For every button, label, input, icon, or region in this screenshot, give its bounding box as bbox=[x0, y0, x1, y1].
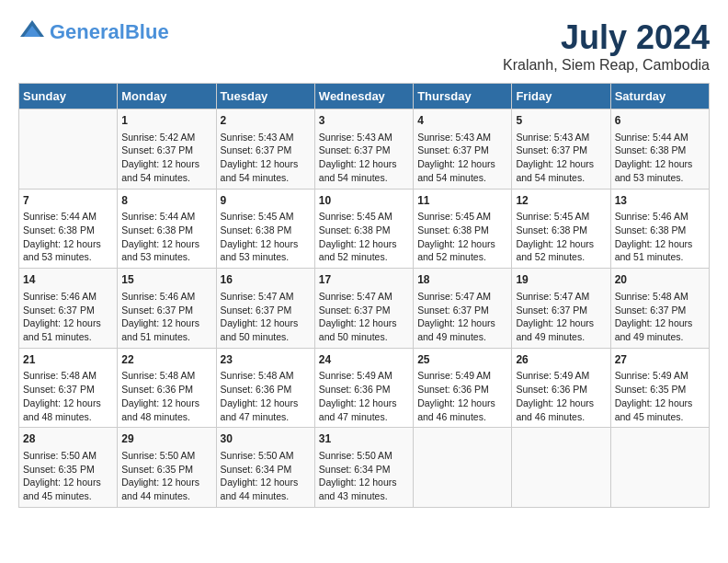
calendar-cell: 3Sunrise: 5:43 AM Sunset: 6:37 PM Daylig… bbox=[314, 109, 413, 190]
week-row-5: 28Sunrise: 5:50 AM Sunset: 6:35 PM Dayli… bbox=[19, 428, 710, 508]
day-number: 18 bbox=[417, 272, 507, 288]
cell-content: Sunrise: 5:49 AM Sunset: 6:36 PM Dayligh… bbox=[516, 369, 606, 423]
calendar-cell: 7Sunrise: 5:44 AM Sunset: 6:38 PM Daylig… bbox=[19, 189, 118, 269]
cell-content: Sunrise: 5:50 AM Sunset: 6:34 PM Dayligh… bbox=[319, 449, 409, 503]
calendar-cell: 27Sunrise: 5:49 AM Sunset: 6:35 PM Dayli… bbox=[610, 348, 709, 428]
day-number: 9 bbox=[221, 193, 311, 209]
day-number: 19 bbox=[516, 272, 606, 288]
cell-content: Sunrise: 5:42 AM Sunset: 6:37 PM Dayligh… bbox=[121, 131, 211, 185]
calendar-table: SundayMondayTuesdayWednesdayThursdayFrid… bbox=[18, 83, 710, 508]
cell-content: Sunrise: 5:50 AM Sunset: 6:34 PM Dayligh… bbox=[221, 449, 311, 503]
week-row-1: 1Sunrise: 5:42 AM Sunset: 6:37 PM Daylig… bbox=[19, 109, 710, 190]
day-number: 7 bbox=[23, 193, 113, 209]
logo: GeneralBlue bbox=[18, 18, 169, 46]
calendar-cell: 15Sunrise: 5:46 AM Sunset: 6:37 PM Dayli… bbox=[118, 269, 216, 349]
calendar-cell: 26Sunrise: 5:49 AM Sunset: 6:36 PM Dayli… bbox=[512, 348, 610, 428]
day-number: 25 bbox=[417, 352, 507, 368]
calendar-cell: 13Sunrise: 5:46 AM Sunset: 6:38 PM Dayli… bbox=[610, 189, 709, 269]
cell-content: Sunrise: 5:46 AM Sunset: 6:37 PM Dayligh… bbox=[23, 290, 113, 344]
day-number: 6 bbox=[615, 113, 705, 129]
calendar-cell bbox=[414, 428, 512, 508]
day-number: 26 bbox=[516, 352, 606, 368]
cell-content: Sunrise: 5:47 AM Sunset: 6:37 PM Dayligh… bbox=[319, 290, 409, 344]
header-day-thursday: Thursday bbox=[414, 84, 512, 109]
cell-content: Sunrise: 5:45 AM Sunset: 6:38 PM Dayligh… bbox=[221, 210, 311, 264]
cell-content: Sunrise: 5:45 AM Sunset: 6:38 PM Dayligh… bbox=[516, 210, 606, 264]
calendar-cell bbox=[610, 428, 709, 508]
header-day-saturday: Saturday bbox=[610, 84, 709, 109]
logo-text: GeneralBlue bbox=[50, 21, 169, 43]
calendar-cell: 14Sunrise: 5:46 AM Sunset: 6:37 PM Dayli… bbox=[19, 269, 118, 349]
calendar-cell: 24Sunrise: 5:49 AM Sunset: 6:36 PM Dayli… bbox=[314, 348, 413, 428]
cell-content: Sunrise: 5:43 AM Sunset: 6:37 PM Dayligh… bbox=[516, 131, 606, 185]
calendar-body: 1Sunrise: 5:42 AM Sunset: 6:37 PM Daylig… bbox=[19, 109, 710, 508]
cell-content: Sunrise: 5:48 AM Sunset: 6:37 PM Dayligh… bbox=[615, 290, 705, 344]
day-number: 14 bbox=[23, 272, 113, 288]
day-number: 27 bbox=[615, 352, 705, 368]
calendar-cell: 17Sunrise: 5:47 AM Sunset: 6:37 PM Dayli… bbox=[314, 269, 413, 349]
calendar-cell: 6Sunrise: 5:44 AM Sunset: 6:38 PM Daylig… bbox=[610, 109, 709, 190]
calendar-cell: 28Sunrise: 5:50 AM Sunset: 6:35 PM Dayli… bbox=[19, 428, 118, 508]
cell-content: Sunrise: 5:50 AM Sunset: 6:35 PM Dayligh… bbox=[121, 449, 211, 503]
day-number: 2 bbox=[221, 113, 311, 129]
cell-content: Sunrise: 5:44 AM Sunset: 6:38 PM Dayligh… bbox=[615, 131, 705, 185]
cell-content: Sunrise: 5:46 AM Sunset: 6:38 PM Dayligh… bbox=[615, 210, 705, 264]
header-day-tuesday: Tuesday bbox=[216, 84, 314, 109]
subtitle: Kralanh, Siem Reap, Cambodia bbox=[503, 57, 710, 74]
cell-content: Sunrise: 5:44 AM Sunset: 6:38 PM Dayligh… bbox=[23, 210, 113, 264]
header-row: SundayMondayTuesdayWednesdayThursdayFrid… bbox=[19, 84, 710, 109]
calendar-cell bbox=[512, 428, 610, 508]
calendar-cell: 10Sunrise: 5:45 AM Sunset: 6:38 PM Dayli… bbox=[314, 189, 413, 269]
calendar-cell: 11Sunrise: 5:45 AM Sunset: 6:38 PM Dayli… bbox=[414, 189, 512, 269]
cell-content: Sunrise: 5:45 AM Sunset: 6:38 PM Dayligh… bbox=[417, 210, 507, 264]
calendar-cell: 22Sunrise: 5:48 AM Sunset: 6:36 PM Dayli… bbox=[118, 348, 216, 428]
cell-content: Sunrise: 5:46 AM Sunset: 6:37 PM Dayligh… bbox=[121, 290, 211, 344]
day-number: 12 bbox=[516, 193, 606, 209]
cell-content: Sunrise: 5:43 AM Sunset: 6:37 PM Dayligh… bbox=[221, 131, 311, 185]
calendar-cell: 23Sunrise: 5:48 AM Sunset: 6:36 PM Dayli… bbox=[216, 348, 314, 428]
cell-content: Sunrise: 5:45 AM Sunset: 6:38 PM Dayligh… bbox=[319, 210, 409, 264]
cell-content: Sunrise: 5:43 AM Sunset: 6:37 PM Dayligh… bbox=[417, 131, 507, 185]
cell-content: Sunrise: 5:49 AM Sunset: 6:35 PM Dayligh… bbox=[615, 369, 705, 423]
day-number: 16 bbox=[221, 272, 311, 288]
day-number: 21 bbox=[23, 352, 113, 368]
week-row-3: 14Sunrise: 5:46 AM Sunset: 6:37 PM Dayli… bbox=[19, 269, 710, 349]
week-row-2: 7Sunrise: 5:44 AM Sunset: 6:38 PM Daylig… bbox=[19, 189, 710, 269]
calendar-cell: 8Sunrise: 5:44 AM Sunset: 6:38 PM Daylig… bbox=[118, 189, 216, 269]
header-day-sunday: Sunday bbox=[19, 84, 118, 109]
calendar-cell: 29Sunrise: 5:50 AM Sunset: 6:35 PM Dayli… bbox=[118, 428, 216, 508]
day-number: 4 bbox=[417, 113, 507, 129]
cell-content: Sunrise: 5:47 AM Sunset: 6:37 PM Dayligh… bbox=[516, 290, 606, 344]
day-number: 5 bbox=[516, 113, 606, 129]
logo-icon bbox=[18, 18, 46, 46]
cell-content: Sunrise: 5:50 AM Sunset: 6:35 PM Dayligh… bbox=[23, 449, 113, 503]
cell-content: Sunrise: 5:43 AM Sunset: 6:37 PM Dayligh… bbox=[319, 131, 409, 185]
day-number: 15 bbox=[121, 272, 211, 288]
calendar-cell bbox=[19, 109, 118, 190]
calendar-cell: 18Sunrise: 5:47 AM Sunset: 6:37 PM Dayli… bbox=[414, 269, 512, 349]
cell-content: Sunrise: 5:49 AM Sunset: 6:36 PM Dayligh… bbox=[319, 369, 409, 423]
calendar-cell: 25Sunrise: 5:49 AM Sunset: 6:36 PM Dayli… bbox=[414, 348, 512, 428]
day-number: 11 bbox=[417, 193, 507, 209]
day-number: 30 bbox=[221, 431, 311, 447]
day-number: 1 bbox=[121, 113, 211, 129]
main-title: July 2024 bbox=[503, 18, 710, 57]
calendar-cell: 12Sunrise: 5:45 AM Sunset: 6:38 PM Dayli… bbox=[512, 189, 610, 269]
day-number: 13 bbox=[615, 193, 705, 209]
day-number: 10 bbox=[319, 193, 409, 209]
calendar-cell: 21Sunrise: 5:48 AM Sunset: 6:37 PM Dayli… bbox=[19, 348, 118, 428]
calendar-cell: 31Sunrise: 5:50 AM Sunset: 6:34 PM Dayli… bbox=[314, 428, 413, 508]
day-number: 24 bbox=[319, 352, 409, 368]
day-number: 3 bbox=[319, 113, 409, 129]
calendar-cell: 1Sunrise: 5:42 AM Sunset: 6:37 PM Daylig… bbox=[118, 109, 216, 190]
day-number: 29 bbox=[121, 431, 211, 447]
header-day-monday: Monday bbox=[118, 84, 216, 109]
cell-content: Sunrise: 5:47 AM Sunset: 6:37 PM Dayligh… bbox=[221, 290, 311, 344]
day-number: 23 bbox=[221, 352, 311, 368]
day-number: 28 bbox=[23, 431, 113, 447]
calendar-cell: 2Sunrise: 5:43 AM Sunset: 6:37 PM Daylig… bbox=[216, 109, 314, 190]
title-block: July 2024 Kralanh, Siem Reap, Cambodia bbox=[503, 18, 710, 74]
cell-content: Sunrise: 5:44 AM Sunset: 6:38 PM Dayligh… bbox=[121, 210, 211, 264]
calendar-cell: 20Sunrise: 5:48 AM Sunset: 6:37 PM Dayli… bbox=[610, 269, 709, 349]
cell-content: Sunrise: 5:47 AM Sunset: 6:37 PM Dayligh… bbox=[417, 290, 507, 344]
